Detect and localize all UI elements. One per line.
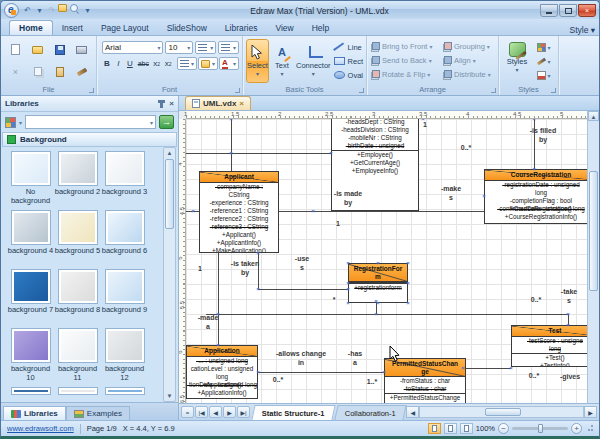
arrange-dialog-launcher[interactable] [491, 88, 496, 93]
bring-to-front-button[interactable]: Bring to Front▾ [370, 40, 440, 53]
selection-handle[interactable]: × [509, 365, 513, 371]
selection-handle[interactable]: × [532, 166, 536, 172]
undo-dropdown[interactable]: ▾ [34, 4, 45, 17]
selection-handle[interactable]: × [406, 280, 410, 286]
font-family-select[interactable]: Arial▾ [102, 41, 163, 54]
selection-handle[interactable]: × [311, 208, 315, 214]
selection-handle[interactable]: × [329, 150, 333, 156]
save-button[interactable] [49, 39, 70, 60]
class-registration-form[interactable]: RegistrationFor m +registrationform [348, 263, 408, 303]
canvas-vertical-scrollbar[interactable]: ▲ [587, 111, 599, 403]
library-item[interactable]: background 2 [54, 149, 101, 208]
font-size-select[interactable]: 10▾ [165, 41, 193, 54]
selection-handle[interactable]: × [406, 300, 410, 306]
connector-tool-button[interactable]: Connector▾ [295, 39, 332, 83]
file-dialog-launcher[interactable] [89, 88, 94, 93]
library-item[interactable]: background 10 [7, 326, 54, 385]
selection-handle[interactable]: × [566, 322, 570, 328]
canvas-hscroll-thumb[interactable] [485, 408, 521, 416]
scroll-down-icon[interactable]: ▼ [164, 391, 175, 401]
edrawsoft-link[interactable]: www.edrawsoft.com [7, 424, 74, 433]
rect-tool-button[interactable]: Rect [334, 55, 363, 67]
library-item[interactable]: background 5 [54, 208, 101, 267]
minimize-button[interactable] [540, 4, 558, 17]
zoom-tool-icon[interactable] [70, 4, 81, 17]
tab-insert[interactable]: Insert [53, 21, 92, 35]
selection-handle[interactable]: × [376, 260, 380, 266]
selection-handle[interactable]: × [346, 260, 350, 266]
tab-home[interactable]: Home [9, 20, 53, 35]
font-dialog-launcher[interactable] [235, 88, 240, 93]
print-button[interactable] [71, 39, 92, 60]
drawing-canvas[interactable]: -headsDept : CString-headsDivision : CSt… [186, 119, 587, 403]
document-close-icon[interactable]: × [239, 99, 244, 108]
selection-handle[interactable]: × [532, 119, 536, 122]
tab-libraries[interactable]: Libraries [216, 21, 267, 35]
class-permitted-status-change[interactable]: PermittedStatusChan ge-fromStatus : char… [384, 358, 466, 403]
hscroll-left-icon[interactable]: ◀ [406, 406, 419, 418]
canvas-vscroll-thumb[interactable] [589, 171, 598, 291]
oval-tool-button[interactable]: Oval [334, 69, 363, 81]
page-view-button[interactable] [444, 423, 457, 434]
class-applicant[interactable]: Applicant-companyName :CString-experienc… [199, 171, 279, 253]
class-test[interactable]: Test-testScore : unsignelong+Test()+Test… [511, 325, 587, 367]
zoom-out-button[interactable]: − [498, 423, 509, 434]
select-tool-button[interactable]: Select▾ [246, 39, 269, 83]
library-search-combo[interactable]: ▾ [25, 115, 156, 129]
format-painter-button[interactable] [71, 61, 92, 82]
resize-grip[interactable] [585, 425, 593, 433]
zoom-slider[interactable] [512, 427, 568, 430]
send-to-back-button[interactable]: Send to Back▾ [370, 54, 440, 67]
highlight-color-dropdown[interactable]: ▾ [198, 57, 218, 70]
sheet-prev-button[interactable]: ◀ [209, 406, 222, 418]
tab-help[interactable]: Help [303, 21, 338, 35]
selection-handle[interactable]: × [376, 300, 380, 306]
class-course-registration[interactable]: CourseRegistration-registrationDate : un… [484, 169, 587, 224]
library-item-partial[interactable] [101, 385, 148, 395]
selection-handle[interactable]: × [216, 342, 220, 348]
normal-view-button[interactable] [428, 423, 441, 434]
styles-dialog-launcher[interactable] [551, 88, 556, 93]
selection-handle[interactable]: × [382, 369, 386, 375]
selection-handle[interactable]: × [566, 311, 570, 317]
font-color-dropdown[interactable]: A▾ [219, 57, 239, 70]
open-button[interactable] [27, 39, 48, 60]
line-style-button[interactable]: ▾ [534, 55, 554, 68]
superscript-button[interactable]: x2 [163, 57, 173, 70]
style-menu[interactable]: Style ▾ [569, 25, 595, 35]
library-scroll-thumb[interactable] [165, 159, 174, 229]
library-search-input[interactable] [26, 118, 150, 127]
sheet-menu-button[interactable]: = [181, 406, 194, 418]
selection-handle[interactable]: × [229, 150, 233, 156]
rotate-flip-button[interactable]: Rotate & Flip▾ [370, 68, 440, 81]
library-item-partial[interactable] [7, 385, 54, 395]
copy-button[interactable] [27, 61, 48, 82]
library-palette-dropdown[interactable]: ▾ [19, 119, 22, 126]
selection-handle[interactable]: × [461, 365, 465, 371]
library-item[interactable]: background 6 [101, 208, 148, 267]
selection-handle[interactable]: × [374, 311, 378, 317]
restore-button[interactable] [559, 4, 577, 17]
zoom-in-button[interactable]: + [571, 423, 582, 434]
distribute-button[interactable]: Distribute▾ [442, 68, 492, 81]
canvas-horizontal-scrollbar[interactable] [419, 406, 584, 418]
selection-handle[interactable]: × [346, 280, 350, 286]
align-button[interactable]: Align▾ [442, 54, 477, 67]
hscroll-right-icon[interactable]: ▶ [584, 406, 597, 418]
italic-button[interactable]: I [114, 57, 124, 70]
fill-color-button[interactable]: ▾ [534, 69, 554, 82]
styles-button[interactable]: Styles▾ [502, 39, 532, 83]
bullets-dropdown[interactable]: ▾ [218, 41, 239, 54]
panel-close-icon[interactable]: × [169, 99, 174, 108]
library-item[interactable]: background 3 [101, 149, 148, 208]
selection-handle[interactable]: × [256, 250, 260, 256]
new-button[interactable] [5, 39, 26, 60]
selection-handle[interactable]: × [229, 119, 233, 122]
align-dropdown[interactable]: ▾ [195, 41, 216, 54]
selection-handle[interactable]: × [191, 208, 195, 214]
tab-slideshow[interactable]: SlideShow [158, 21, 216, 35]
selection-handle[interactable]: × [346, 286, 350, 292]
selection-handle[interactable]: × [346, 300, 350, 306]
line-tool-button[interactable]: Line [334, 41, 363, 53]
selection-handle[interactable]: × [406, 260, 410, 266]
